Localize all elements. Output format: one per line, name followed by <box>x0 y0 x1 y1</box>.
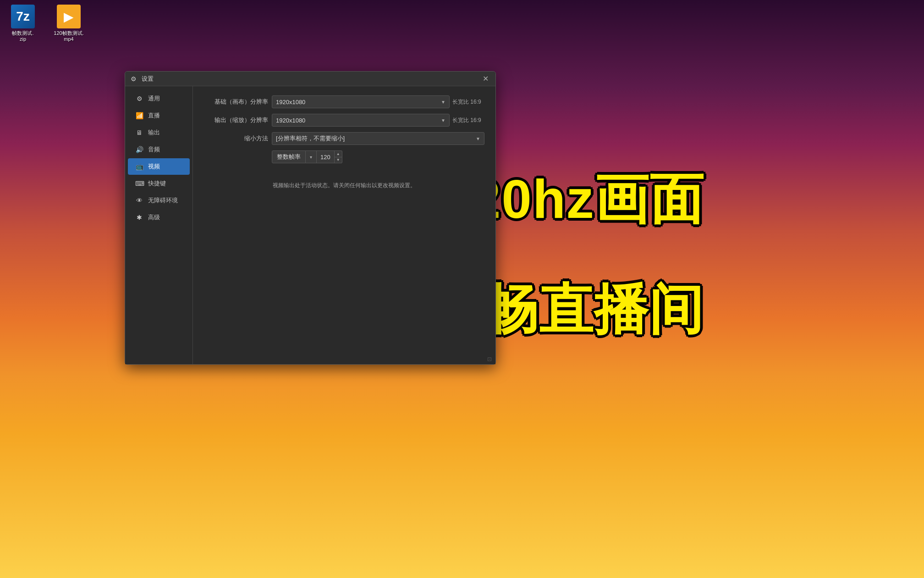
general-label: 通用 <box>148 94 160 103</box>
obs-settings-window: ⚙ 设置 ✕ ⚙ 通用 📶 直播 🖥 输出 🔊 音频 📺 视频 ⌨ 快捷键 👁 <box>125 71 496 365</box>
window-close-button[interactable]: ✕ <box>481 74 490 83</box>
audio-icon: 🔊 <box>135 146 143 153</box>
general-icon: ⚙ <box>135 95 143 102</box>
fps-row: 整数帧率 ▾ 120 ▲ ▼ <box>204 150 484 163</box>
hotkeys-label: 快捷键 <box>148 179 166 188</box>
advanced-icon: ✱ <box>135 214 143 221</box>
mp4-file-label: 120帧数测试. mp4 <box>54 30 83 42</box>
downscale-filter-select[interactable]: [分辨率相符，不需要缩小] ▼ <box>272 132 484 145</box>
downscale-filter-chevron: ▼ <box>476 136 480 141</box>
base-resolution-label: 基础（画布）分辨率 <box>204 98 268 106</box>
desktop-icons: 7z 帧数测试. zip ▶ 120帧数测试. mp4 <box>5 5 87 42</box>
7z-file-label: 帧数测试. zip <box>12 30 33 42</box>
sidebar-item-general[interactable]: ⚙ 通用 <box>128 90 190 107</box>
accessibility-label: 无障碍环境 <box>148 196 178 205</box>
base-resolution-control: 1920x1080 ▼ 长宽比 16:9 <box>272 95 484 108</box>
fps-decrement[interactable]: ▼ <box>335 157 342 163</box>
stream-icon: 📶 <box>135 112 143 119</box>
output-resolution-control: 1920x1080 ▼ 长宽比 16:9 <box>272 114 484 127</box>
video-icon: 📺 <box>135 163 143 170</box>
output-resolution-chevron: ▼ <box>441 118 446 123</box>
mp4-file-icon: ▶ <box>57 5 81 28</box>
downscale-filter-row: 缩小方法 [分辨率相符，不需要缩小] ▼ <box>204 132 484 145</box>
output-resolution-select[interactable]: 1920x1080 ▼ <box>272 114 450 127</box>
video-label: 视频 <box>148 162 160 171</box>
sidebar-item-accessibility[interactable]: 👁 无障碍环境 <box>128 192 190 209</box>
fps-arrows: ▲ ▼ <box>335 150 342 163</box>
output-resolution-label: 输出（缩放）分辨率 <box>204 116 268 124</box>
advanced-label: 高级 <box>148 213 160 222</box>
stream-label: 直播 <box>148 111 160 120</box>
sidebar-item-hotkeys[interactable]: ⌨ 快捷键 <box>128 175 190 192</box>
desktop-icon-mp4[interactable]: ▶ 120帧数测试. mp4 <box>50 5 87 42</box>
hotkeys-icon: ⌨ <box>135 180 143 187</box>
base-resolution-aspect: 长宽比 16:9 <box>452 98 484 106</box>
downscale-filter-control: [分辨率相符，不需要缩小] ▼ <box>272 132 484 145</box>
window-titlebar: ⚙ 设置 ✕ <box>125 72 495 86</box>
base-resolution-row: 基础（画布）分辨率 1920x1080 ▼ 长宽比 16:9 <box>204 95 484 108</box>
fps-type-label[interactable]: 整数帧率 <box>272 150 306 163</box>
window-resize-handle[interactable]: ⊡ <box>487 356 494 362</box>
sidebar-item-video[interactable]: 📺 视频 <box>128 158 190 175</box>
output-label: 输出 <box>148 128 160 137</box>
sidebar-item-audio[interactable]: 🔊 音频 <box>128 141 190 158</box>
base-resolution-chevron: ▼ <box>441 100 446 105</box>
output-resolution-aspect: 长宽比 16:9 <box>452 117 484 124</box>
fps-type-toggle[interactable]: ▾ <box>306 150 317 163</box>
titlebar-left: ⚙ 设置 <box>131 75 154 83</box>
fps-control: 整数帧率 ▾ 120 ▲ ▼ <box>272 150 484 163</box>
fps-increment[interactable]: ▲ <box>335 151 342 157</box>
sidebar-item-stream[interactable]: 📶 直播 <box>128 107 190 124</box>
7z-file-icon: 7z <box>11 5 35 28</box>
audio-label: 音频 <box>148 145 160 154</box>
output-icon: 🖥 <box>135 129 143 136</box>
output-resolution-row: 输出（缩放）分辨率 1920x1080 ▼ 长宽比 16:9 <box>204 114 484 127</box>
window-title: 设置 <box>142 75 154 83</box>
settings-sidebar: ⚙ 通用 📶 直播 🖥 输出 🔊 音频 📺 视频 ⌨ 快捷键 👁 无障碍环境 ✱… <box>125 86 193 364</box>
downscale-filter-label: 缩小方法 <box>204 134 268 143</box>
video-status-text: 视频输出处于活动状态。请关闭任何输出以更改视频设置。 <box>204 182 484 189</box>
obs-settings-icon: ⚙ <box>131 75 138 83</box>
accessibility-icon: 👁 <box>135 197 143 204</box>
sidebar-item-output[interactable]: 🖥 输出 <box>128 124 190 141</box>
settings-main-content: 基础（画布）分辨率 1920x1080 ▼ 长宽比 16:9 输出（缩放）分辨率… <box>193 86 495 364</box>
desktop-icon-7z[interactable]: 7z 帧数测试. zip <box>5 5 41 42</box>
window-body: ⚙ 通用 📶 直播 🖥 输出 🔊 音频 📺 视频 ⌨ 快捷键 👁 无障碍环境 ✱… <box>125 86 495 364</box>
base-resolution-select[interactable]: 1920x1080 ▼ <box>272 95 450 108</box>
fps-spinbox: 整数帧率 ▾ 120 ▲ ▼ <box>272 150 342 163</box>
fps-value: 120 <box>317 150 335 163</box>
sidebar-item-advanced[interactable]: ✱ 高级 <box>128 209 190 226</box>
